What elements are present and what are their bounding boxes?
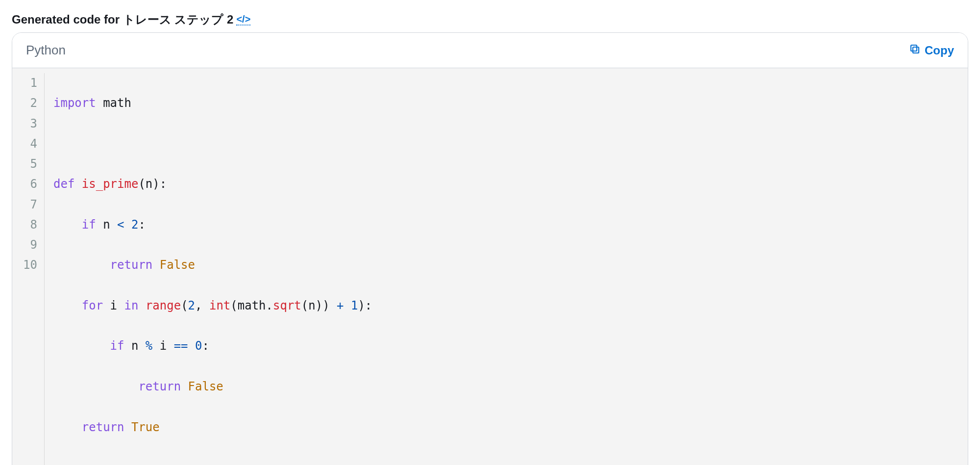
- code-line: for i in range(2, int(math.sqrt(n)) + 1)…: [53, 296, 372, 316]
- code-panel: Python Copy 12345678910 import math def …: [12, 32, 968, 465]
- code-line: [53, 458, 372, 465]
- code-line: [53, 134, 372, 154]
- copy-icon: [909, 43, 921, 58]
- code-content: import math def is_prime(n): if n < 2: r…: [45, 73, 381, 465]
- svg-rect-0: [913, 47, 919, 53]
- title-trace-name: トレース ステップ 2: [123, 13, 234, 26]
- line-number: 4: [21, 134, 37, 154]
- language-label: Python: [26, 43, 66, 58]
- line-number: 9: [21, 235, 37, 255]
- code-line: import math: [53, 93, 372, 113]
- line-number: 3: [21, 114, 37, 134]
- svg-rect-1: [911, 45, 917, 51]
- code-line: return True: [53, 417, 372, 438]
- line-number: 5: [21, 154, 37, 174]
- code-line: return False: [53, 377, 372, 397]
- code-line: def is_prime(n):: [53, 174, 372, 194]
- section-title: Generated code for トレース ステップ 2 </>: [12, 12, 968, 27]
- code-panel-header: Python Copy: [12, 33, 968, 68]
- line-number: 8: [21, 215, 37, 235]
- line-number: 1: [21, 73, 37, 93]
- line-number: 10: [21, 255, 37, 275]
- code-line: if n % i == 0:: [53, 336, 372, 356]
- copy-button[interactable]: Copy: [909, 43, 954, 58]
- line-number-gutter: 12345678910: [12, 73, 45, 465]
- code-line: if n < 2:: [53, 215, 372, 235]
- title-prefix: Generated code for: [12, 13, 123, 26]
- code-line: return False: [53, 255, 372, 275]
- code-editor[interactable]: 12345678910 import math def is_prime(n):…: [12, 68, 968, 465]
- copy-button-label: Copy: [925, 44, 954, 57]
- line-number: 7: [21, 195, 37, 215]
- code-tag-icon[interactable]: </>: [236, 14, 250, 26]
- line-number: 2: [21, 93, 37, 113]
- line-number: 6: [21, 174, 37, 194]
